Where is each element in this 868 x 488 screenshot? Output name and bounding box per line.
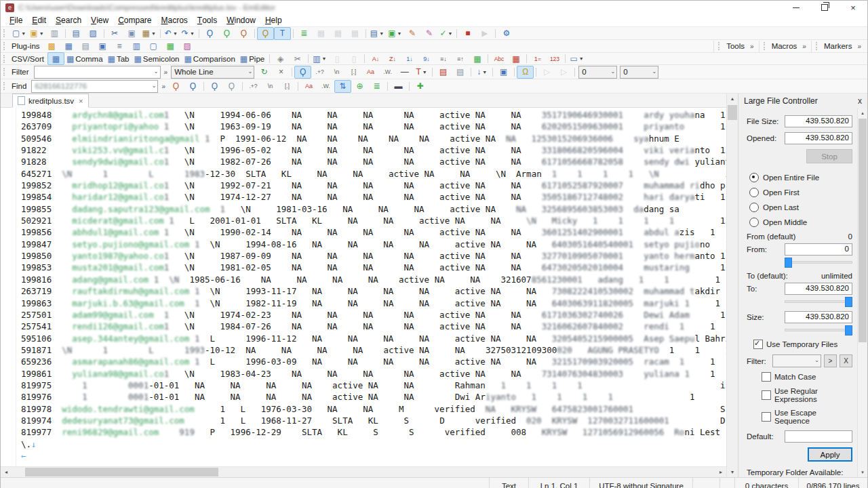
adjust-separator-button[interactable]: ✂ [289, 52, 306, 65]
find-dialog-button[interactable]: Ϙ [206, 80, 223, 93]
record-macro-button[interactable]: ■ [459, 27, 476, 40]
to-slider[interactable] [785, 297, 852, 306]
filter-document-button[interactable]: ▤ [435, 66, 452, 79]
plugin-word-count-button[interactable]: ▦ [162, 40, 179, 53]
refresh-filter-button[interactable]: ↻ [256, 66, 273, 79]
find-previous-main-button[interactable]: Ϙ [235, 27, 252, 40]
number-cells-button[interactable]: 123 [546, 52, 563, 65]
redo-button[interactable]: ↷▼ [180, 27, 197, 40]
editor[interactable]: 199848 ardychn8@gmail.com1 \N 1994-06-06… [1, 108, 726, 466]
vertical-scroll-thumb[interactable] [728, 105, 737, 120]
convert-case-button[interactable]: Abc [490, 52, 507, 65]
menu-file[interactable]: File [5, 14, 27, 26]
size-slider-thumb[interactable] [845, 325, 852, 336]
clear-filter-button[interactable]: × [273, 66, 290, 79]
regex-newline-find-button[interactable]: \n [262, 80, 279, 93]
filter-document-2-button[interactable]: ▤ [452, 66, 469, 79]
menu-edit[interactable]: Edit [27, 14, 51, 26]
whole-word-filter-button[interactable]: .W. [379, 66, 396, 79]
manage-columns-button[interactable]: ▦ [469, 52, 486, 65]
plugin-explorer-button[interactable]: ▩ [43, 40, 60, 53]
sort-length-descending-button[interactable]: ≡↑ [452, 52, 469, 65]
document-tab[interactable]: kreditplus.tsv × [12, 94, 89, 108]
whole-word-find-button[interactable]: .W. [317, 80, 334, 93]
to-slider-thumb[interactable] [845, 297, 852, 307]
close-button[interactable]: × [839, 1, 867, 14]
search-all-documents-button[interactable]: ⊕ [351, 80, 368, 93]
fixed-width-mode-button[interactable]: ▭▼ [568, 52, 585, 65]
vertical-scroll-track[interactable] [727, 104, 738, 467]
paste-button[interactable]: ▦▼ [140, 27, 158, 40]
scroll-down-icon[interactable]: ▾ [727, 467, 738, 477]
panel-filter-clear-button[interactable]: X [840, 354, 852, 367]
plugin-search-button[interactable]: ▥ [128, 40, 145, 53]
find-previous-button[interactable]: Ϙ [167, 80, 184, 93]
menu-compare[interactable]: Compare [113, 14, 156, 26]
insert-sequence-button[interactable]: 1= [529, 52, 546, 65]
sort-length-ascending-button[interactable]: ≡↓ [435, 52, 452, 65]
filter-column-select[interactable]: 0⌄ [578, 66, 617, 79]
new-file-button[interactable]: ▢▼ [10, 27, 28, 40]
to-input[interactable]: 439.530.820 [785, 283, 852, 295]
restore-button[interactable] [810, 1, 839, 14]
edit-snippet-button[interactable]: ✎ [403, 27, 420, 40]
menu-window[interactable]: Window [222, 14, 260, 26]
regex-newline-button[interactable]: \n [328, 66, 345, 79]
customize-tools-button[interactable]: ⚙ [498, 27, 515, 40]
checkbox-use-regular-expressions[interactable]: Use Regular Expressions [762, 387, 852, 403]
radio-open-last[interactable]: Open Last [749, 203, 852, 212]
plugin-character-map-button[interactable]: ▨ [179, 40, 196, 53]
apply-button[interactable]: Apply [808, 447, 852, 462]
menu-help[interactable]: Help [260, 14, 287, 26]
plugin-snippets-button[interactable]: ▣ [94, 40, 111, 53]
tab-close-icon[interactable]: × [77, 97, 83, 105]
plugin-open-documents-button[interactable]: ▢ [145, 40, 162, 53]
save-file-button[interactable]: ▥ [46, 27, 63, 40]
filter-options-button[interactable]: T▼ [413, 66, 430, 79]
csv-converter-button[interactable]: ◈ [272, 52, 289, 65]
menu-macros[interactable]: Macros [157, 14, 193, 26]
radio-open-first[interactable]: Open First [749, 188, 852, 197]
undo-button[interactable]: ↶▼ [163, 27, 180, 40]
panel-scrollbar[interactable]: ▴ ▾ [857, 108, 867, 477]
menu-tools[interactable]: Tools [193, 14, 222, 26]
from-input[interactable]: 0 [785, 243, 852, 256]
filter-input[interactable]: ⌄ [34, 66, 161, 79]
from-slider[interactable] [785, 258, 852, 266]
regex-charset-find-button[interactable]: [.] [279, 80, 296, 93]
radio-open-middle[interactable]: Open Middle [749, 218, 852, 227]
multiple-selection-button[interactable]: ✎ [420, 27, 437, 40]
panel-filter-select[interactable]: ⌄ [772, 354, 821, 367]
sort-ascending-button[interactable]: A↓ [367, 52, 384, 65]
panel-filter-apply-button[interactable]: > [824, 354, 837, 367]
default-input[interactable] [785, 430, 852, 443]
overflow-chevron-icon[interactable]: » [159, 83, 167, 90]
csv-comma-button[interactable]: ▦Comma [64, 52, 106, 65]
panel-scroll-thumb[interactable] [859, 119, 867, 342]
updown-search-button[interactable]: ⇅ [334, 80, 351, 93]
panel-close-icon[interactable]: x [858, 96, 862, 106]
checkbox-match-case[interactable]: Match Case [762, 372, 852, 382]
use-temporary-files-checkbox[interactable]: Use Temporary Files [753, 340, 852, 349]
scroll-up-icon[interactable]: ▴ [727, 94, 738, 104]
highlight-search-button[interactable]: T [274, 27, 291, 40]
panel-scroll-up-icon[interactable]: ▴ [858, 108, 867, 118]
plugin-outline-button[interactable]: ≡ [111, 40, 128, 53]
regex-charset-button[interactable]: [.] [345, 66, 362, 79]
find-in-files-button[interactable]: Ϙ [223, 80, 240, 93]
select-column-button[interactable]: ▥▼ [311, 52, 328, 65]
find-input[interactable]: 628166122776⌄ [31, 80, 158, 93]
csv-comparison-button[interactable]: ▦Comparison [182, 52, 237, 65]
syntax-check-button[interactable]: ✓▼ [437, 27, 454, 40]
overflow-chevron-icon[interactable]: » [748, 43, 756, 50]
scroll-left-icon[interactable]: ◂ [1, 467, 12, 477]
overflow-chevron-icon[interactable]: » [800, 43, 808, 50]
regex-any-char-find-button[interactable]: .+? [245, 80, 262, 93]
print-button[interactable]: ▤ [68, 27, 85, 40]
match-case-filter-button[interactable]: Aa [362, 66, 379, 79]
cut-button[interactable]: ✂ [106, 27, 123, 40]
size-slider[interactable] [785, 325, 852, 334]
menu-view[interactable]: View [86, 14, 113, 26]
sort-descending-button[interactable]: Z↓ [384, 52, 401, 65]
panel-scroll-down-icon[interactable]: ▾ [858, 468, 867, 477]
